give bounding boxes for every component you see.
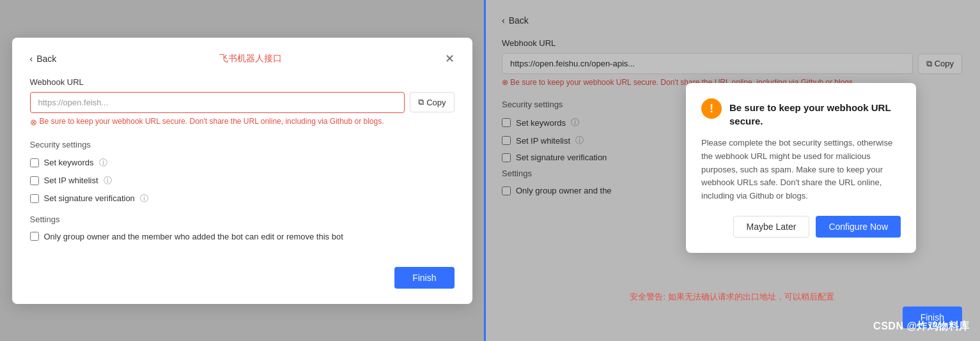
info-icon-ip: ⓘ: [104, 175, 112, 186]
panel-divider: [484, 0, 486, 341]
csdn-watermark: CSDN @炸鸡物料库: [873, 320, 970, 333]
back-button[interactable]: ‹ Back: [30, 54, 57, 64]
info-icon-keywords: ⓘ: [99, 157, 107, 169]
warning-icon: ⊗: [30, 117, 37, 127]
close-icon: ✕: [445, 52, 455, 65]
modal-dialog: ‹ Back 飞书机器人接口 ✕ Webhook URL ⧉ Copy ⊗ Be…: [12, 38, 472, 304]
warning-orange-icon: !: [701, 98, 722, 119]
maybe-later-button[interactable]: Maybe Later: [733, 216, 810, 238]
warning-dialog: ! Be sure to keep your webhook URL secur…: [686, 83, 916, 253]
settings-title: Settings: [30, 215, 455, 224]
copy-button[interactable]: ⧉ Copy: [410, 92, 454, 112]
webhook-url-row: ⧉ Copy: [30, 92, 455, 113]
copy-icon: ⧉: [418, 97, 424, 107]
set-signature-label: Set signature verification: [44, 193, 135, 203]
info-icon-sig: ⓘ: [140, 193, 148, 204]
webhook-url-label: Webhook URL: [30, 77, 455, 87]
set-signature-checkbox[interactable]: [30, 194, 39, 203]
security-settings-title: Security settings: [30, 140, 455, 149]
set-ip-whitelist-row[interactable]: Set IP whitelist ⓘ: [30, 175, 455, 186]
finish-button[interactable]: Finish: [394, 267, 454, 289]
modal-header: ‹ Back 飞书机器人接口 ✕: [30, 53, 455, 64]
warning-dialog-footer: Maybe Later Configure Now: [701, 216, 901, 238]
set-keywords-label: Set keywords: [44, 158, 94, 167]
security-settings-section: Security settings Set keywords ⓘ Set IP …: [30, 140, 455, 204]
left-panel: ‹ Back 飞书机器人接口 ✕ Webhook URL ⧉ Copy ⊗ Be…: [0, 0, 484, 341]
set-signature-row[interactable]: Set signature verification ⓘ: [30, 193, 455, 204]
close-button[interactable]: ✕: [445, 53, 455, 64]
security-alert-text: 安全警告: 如果无法确认请求的出口地址，可以稍后配置: [630, 291, 834, 303]
webhook-warning: ⊗ Be sure to keep your webhook URL secur…: [30, 117, 455, 127]
set-keywords-row[interactable]: Set keywords ⓘ: [30, 157, 455, 169]
set-ip-whitelist-checkbox[interactable]: [30, 176, 39, 185]
set-keywords-checkbox[interactable]: [30, 158, 39, 167]
right-panel: ‹ Back Webhook URL ⧉ Copy ⊗ Be sure to k…: [484, 0, 980, 341]
set-ip-whitelist-label: Set IP whitelist: [44, 176, 98, 185]
settings-checkbox[interactable]: [30, 232, 39, 241]
modal-title: 飞书机器人接口: [56, 53, 444, 64]
warning-message-text: Be sure to keep your webhook URL secure.…: [40, 117, 384, 126]
warning-dialog-header: ! Be sure to keep your webhook URL secur…: [701, 98, 901, 128]
warning-dialog-title: Be sure to keep your webhook URL secure.: [729, 98, 901, 128]
settings-checkbox-row[interactable]: Only group owner and the member who adde…: [30, 232, 455, 241]
webhook-input[interactable]: [30, 92, 405, 113]
back-label: Back: [36, 54, 56, 64]
modal-footer: Finish: [30, 267, 455, 289]
warning-dialog-body: Please complete the bot security setting…: [701, 137, 901, 203]
settings-section: Settings Only group owner and the member…: [30, 215, 455, 241]
settings-checkbox-label: Only group owner and the member who adde…: [44, 232, 343, 241]
back-arrow-icon: ‹: [30, 54, 33, 64]
configure-now-button[interactable]: Configure Now: [816, 216, 901, 238]
copy-label: Copy: [426, 98, 446, 107]
